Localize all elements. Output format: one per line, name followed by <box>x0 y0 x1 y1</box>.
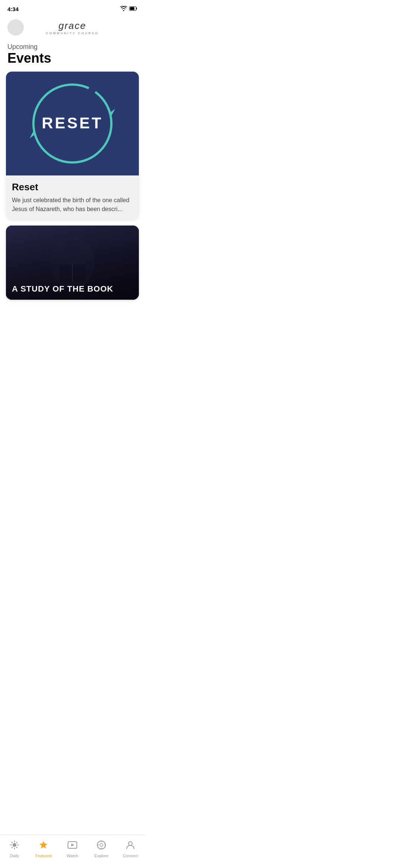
grace-logo: grace Community Church <box>46 20 99 35</box>
event-image-reset: RESET <box>6 72 139 175</box>
upcoming-label: Upcoming <box>7 43 137 51</box>
logo-subtitle: Community Church <box>46 32 99 35</box>
event-card-study[interactable]: A STUDY OF THE BOOK <box>6 226 139 300</box>
wifi-icon <box>120 6 127 12</box>
reset-svg: RESET <box>24 75 121 172</box>
app-header: grace Community Church <box>0 16 145 40</box>
event-card-body-reset: Reset We just celebrated the birth of th… <box>6 175 139 220</box>
logo-name: grace <box>58 20 86 32</box>
card2-title: A STUDY OF THE BOOK <box>6 278 119 300</box>
content-area: RESET Reset We just celebrated the birth… <box>0 70 145 343</box>
status-icons <box>120 6 137 12</box>
svg-text:RESET: RESET <box>42 114 103 132</box>
reset-graphic: RESET <box>6 72 139 175</box>
svg-rect-1 <box>130 7 134 10</box>
status-bar: 4:34 <box>0 0 145 16</box>
event-card-desc-reset: We just celebrated the birth of the one … <box>12 196 133 214</box>
status-time: 4:34 <box>7 6 19 12</box>
page-header: Upcoming Events <box>0 40 145 70</box>
event-card-title-reset: Reset <box>12 181 133 193</box>
logo-container: grace Community Church <box>30 20 115 35</box>
page-title: Events <box>7 51 137 66</box>
battery-icon <box>129 6 137 12</box>
event-card-reset[interactable]: RESET Reset We just celebrated the birth… <box>6 72 139 220</box>
avatar[interactable] <box>7 19 24 36</box>
